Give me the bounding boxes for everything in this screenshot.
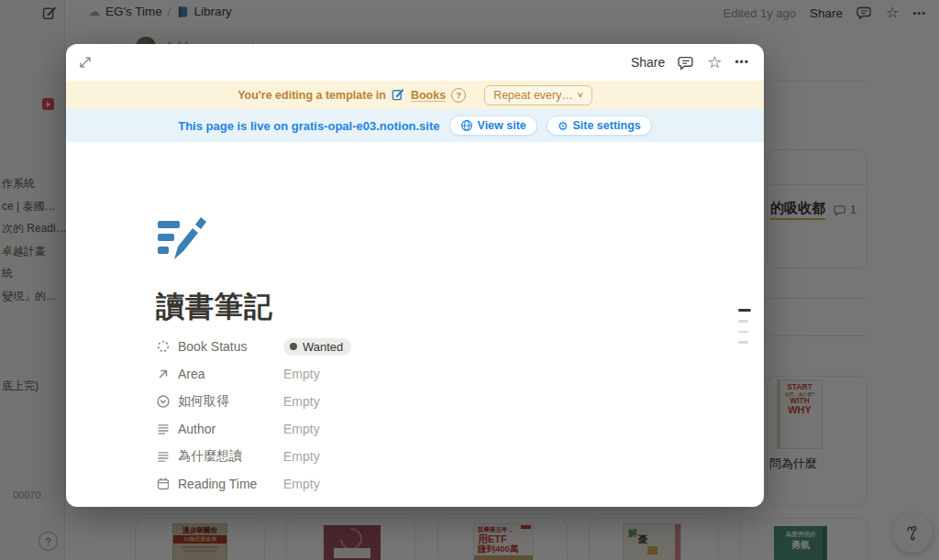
repeat-every-button[interactable]: Repeat every… ∨ <box>484 85 592 105</box>
template-banner: You're editing a template in Books ? Rep… <box>66 81 764 109</box>
empty-value: Empty <box>283 367 320 381</box>
property-name: 如何取得 <box>178 393 229 410</box>
toc-dash[interactable] <box>738 341 748 344</box>
property-value[interactable]: Empty <box>283 367 669 381</box>
more-options-icon[interactable]: ••• <box>735 57 749 68</box>
property-value[interactable]: Wanted <box>283 338 669 356</box>
property-row: Book Status Wanted <box>156 333 669 360</box>
modal-header: Share ☆ ••• <box>66 44 764 81</box>
select-icon <box>156 394 171 409</box>
text-icon <box>156 422 171 436</box>
site-banner: This page is live on gratis-opal-e03.not… <box>66 109 764 142</box>
database-edit-icon <box>392 88 405 102</box>
expand-page-icon[interactable] <box>78 55 93 70</box>
toc-dash-active[interactable] <box>738 309 751 312</box>
date-icon <box>156 477 171 491</box>
view-site-button[interactable]: View site <box>449 115 537 136</box>
view-site-label: View site <box>478 119 526 132</box>
property-row: 為什麼想讀 Empty <box>156 443 669 470</box>
repeat-every-label: Repeat every… <box>493 89 573 102</box>
property-row: 如何取得 Empty <box>156 388 669 415</box>
property-area[interactable]: Area <box>156 367 283 381</box>
share-button[interactable]: Share <box>631 55 665 70</box>
property-row: Area Empty <box>156 360 669 388</box>
empty-value: Empty <box>283 394 320 409</box>
favorite-star-icon[interactable]: ☆ <box>707 54 722 71</box>
site-settings-label: Site settings <box>572 119 640 132</box>
property-why-read[interactable]: 為什麼想讀 <box>156 448 283 465</box>
status-dot <box>290 343 297 350</box>
page-title[interactable]: 讀書筆記 <box>156 288 273 326</box>
arrow-up-right-icon <box>156 367 171 381</box>
toc-dash[interactable] <box>738 331 748 334</box>
property-reading-time[interactable]: Reading Time <box>156 477 283 491</box>
database-link-books[interactable]: Books <box>411 89 446 102</box>
property-row: Reading Time Empty <box>156 470 669 498</box>
property-name: Reading Time <box>178 477 257 491</box>
empty-value: Empty <box>283 422 320 436</box>
empty-value: Empty <box>283 449 320 464</box>
comments-icon[interactable] <box>678 55 694 71</box>
gear-icon: ⚙ <box>558 120 569 132</box>
property-author[interactable]: Author <box>156 422 283 436</box>
property-name: Author <box>178 422 215 436</box>
status-icon <box>156 339 171 354</box>
property-value[interactable]: Empty <box>283 449 669 464</box>
property-value[interactable]: Empty <box>283 422 669 436</box>
text-icon <box>156 449 171 464</box>
property-name: Area <box>178 367 205 381</box>
property-book-status[interactable]: Book Status <box>156 339 283 354</box>
status-label: Wanted <box>303 340 343 354</box>
template-help-icon[interactable]: ? <box>451 88 466 103</box>
property-name: 為什麼想讀 <box>178 448 242 465</box>
property-how-to-get[interactable]: 如何取得 <box>156 393 283 410</box>
status-badge-wanted[interactable]: Wanted <box>283 338 351 356</box>
site-settings-button[interactable]: ⚙ Site settings <box>547 115 652 136</box>
site-banner-text: This page is live on gratis-opal-e03.not… <box>178 119 439 133</box>
template-banner-text: You're editing a template in <box>238 89 386 102</box>
property-row: Author Empty <box>156 415 669 443</box>
property-name: Book Status <box>178 339 248 354</box>
page-peek-modal: Share ☆ ••• You're editing a template in… <box>66 44 764 507</box>
chevron-down-icon: ∨ <box>577 91 584 99</box>
table-of-contents-indicator[interactable] <box>738 309 751 352</box>
page-icon-writing[interactable] <box>156 214 207 265</box>
property-value[interactable]: Empty <box>283 394 669 409</box>
globe-icon <box>460 119 473 132</box>
empty-value: Empty <box>283 477 320 491</box>
toc-dash[interactable] <box>738 320 748 323</box>
property-value[interactable]: Empty <box>283 477 669 491</box>
screen: 作系統 ce | 泰國… 次的 Readi… 卓越計畫 統 變現」的… 底上完)… <box>0 0 939 560</box>
